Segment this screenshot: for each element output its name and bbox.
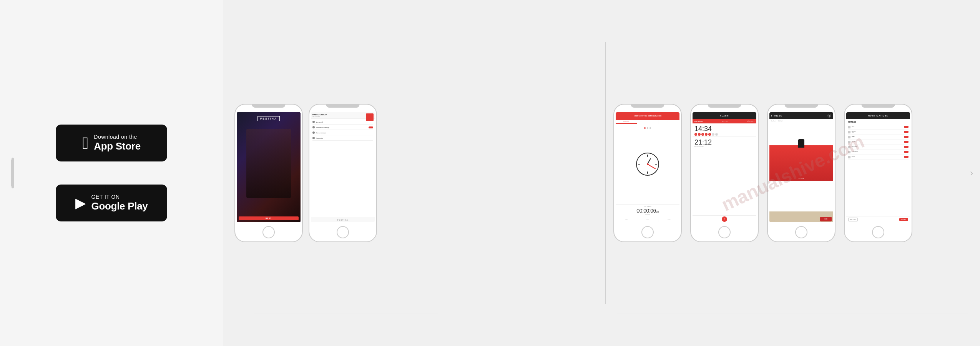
alarm-header: ALARM — [693, 112, 756, 119]
fitness-sleep-stats: 7h 30min — [771, 220, 775, 221]
alarm-title: ALARM — [720, 115, 729, 117]
app-store-text: Download on the App Store — [94, 134, 141, 152]
phone-home-button-2[interactable] — [337, 226, 349, 238]
phone-home-button-5[interactable] — [795, 226, 807, 238]
alarm-1: 14:34 M T W T F S S — [693, 123, 756, 137]
phone-screen-crown: CROWN BUTTON CONFIGURATION NAVIGATION BU… — [616, 112, 679, 222]
crown-dots-top — [644, 127, 651, 129]
lap-timer-sub: 00:00:04 — [617, 214, 678, 215]
notif-icon-appels — [848, 131, 850, 133]
brand-image — [237, 120, 301, 207]
phone-screen-fitness: FITNESS 8km 5mi 850 Cal — [769, 112, 833, 222]
notif-toggle-email[interactable] — [904, 156, 909, 158]
settings-label-connexion: Connexion — [316, 137, 372, 139]
phone-home-button[interactable] — [262, 226, 275, 238]
phone-screen-notifications: NOTIFICATIONS FITNESS Tout Appe — [846, 112, 910, 222]
crown-title: CROWN BUTTON CONFIGURATION — [634, 115, 661, 117]
fitness-settings-icon[interactable] — [827, 114, 831, 118]
notifications-header: NOTIFICATIONS — [846, 112, 910, 119]
phone-settings: PABLO GARCIA SELECTIONS Mon profil › — [309, 104, 377, 242]
alarm-time-1: 14:34 — [694, 125, 754, 132]
notif-icon-social — [848, 141, 850, 143]
notifications-section-title: FITNESS — [846, 119, 910, 124]
settings-item-notifications[interactable]: Notification settings — [312, 125, 373, 130]
notif-label-appels: Appels — [852, 131, 903, 133]
alarm-button-label: BUTTON — [722, 121, 728, 122]
phone-home-button-4[interactable] — [718, 226, 731, 238]
settings-item-profile[interactable]: Mon profil › — [312, 120, 373, 125]
page-container:  Download on the App Store ▶ GET IT ON … — [0, 0, 980, 346]
alarm-day-f: F — [708, 133, 711, 136]
lap-timer-time: 00:00:0603 — [617, 208, 678, 214]
alarm-day-su: S — [715, 133, 718, 136]
crown-tabs: NAVIGATION BUTTON RÉGLAGES — [616, 120, 679, 124]
alarm-day-s: S — [712, 133, 714, 136]
fitness-chart: SLEEP — [769, 123, 833, 211]
alarm-add-btn[interactable]: + — [693, 215, 756, 222]
notif-icon-email — [848, 156, 850, 158]
settings-item-sur-mesure[interactable]: Go sur mesure › — [312, 130, 373, 135]
crown-tab-button[interactable]: BUTTON — [637, 120, 659, 124]
user-avatar — [366, 113, 374, 121]
alarm-2: 21:12 Mon Tue Wed Thu... — [693, 137, 756, 148]
notifications-screen: NOTIFICATIONS FITNESS Tout Appe — [846, 112, 910, 222]
notif-toggle-sms[interactable] — [904, 136, 909, 138]
phone-screen-settings: PABLO GARCIA SELECTIONS Mon profil › — [311, 112, 375, 222]
crown-tab-navigation[interactable]: NAVIGATION — [616, 120, 637, 124]
alarm-time-2: 21:12 — [694, 139, 754, 146]
watch-center — [647, 163, 649, 165]
watch-face-area — [616, 124, 679, 204]
phone-home-button-6[interactable] — [872, 226, 884, 238]
notif-icon-tout — [848, 126, 850, 128]
notif-toggle-nouvelles[interactable] — [904, 146, 909, 148]
phone-notifications: NOTIFICATIONS FITNESS Tout Appe — [844, 104, 912, 242]
notifications-items-list: Tout Appels SMS — [846, 124, 910, 216]
lap-tabs-row: TIME1 TIME2 TIME3 — [616, 217, 679, 222]
next-button[interactable]: NEXT — [239, 216, 299, 220]
app-store-badge[interactable]:  Download on the App Store — [56, 125, 167, 161]
alarm-add-label[interactable]: ADD ALARM — [694, 121, 703, 122]
notif-icon-nouvelles — [848, 146, 850, 148]
retour-button[interactable]: RETOUR — [848, 218, 858, 221]
lap-tab-1[interactable]: TIME1 — [616, 217, 637, 222]
google-play-badge[interactable]: ▶ GET IT ON Google Play — [56, 185, 167, 221]
notif-toggle-social[interactable] — [904, 141, 909, 143]
alarm-days-1: M T W T F S S — [694, 133, 754, 136]
phone-home-button-3[interactable] — [641, 226, 654, 238]
notif-label-email: Email — [852, 156, 903, 158]
phone-login: FESTINA J'accepte les conditions d'utili… — [234, 104, 303, 242]
fitness-dashed-line — [769, 182, 833, 182]
alarm-spacer — [693, 148, 756, 215]
settings-label-profile: Mon profil — [316, 121, 372, 123]
notif-toggle-calendrier[interactable] — [904, 151, 909, 153]
fitness-stat-1: 8km 5mi — [771, 120, 775, 122]
notif-item-sms: SMS — [848, 135, 909, 140]
notif-label-tout: Tout — [852, 126, 903, 128]
notif-toggle-tout[interactable] — [904, 126, 909, 128]
notif-label-social: Social — [852, 141, 903, 143]
settings-item-connexion[interactable]: Connexion › — [312, 136, 373, 141]
scroll-right-arrow[interactable]: › — [970, 168, 973, 178]
settings-header: PABLO GARCIA SELECTIONS — [311, 112, 375, 119]
lap-tab-3[interactable]: TIME3 — [658, 217, 679, 222]
phone-crown-lap: CROWN BUTTON CONFIGURATION NAVIGATION BU… — [613, 104, 682, 242]
fitness-stats: 8km 5mi 850 Cal — [769, 119, 833, 123]
crown-header: CROWN BUTTON CONFIGURATION — [616, 112, 679, 120]
fitness-header: FITNESS — [769, 112, 833, 119]
notif-label-calendrier: Calendrier — [852, 151, 903, 153]
notifications-title: NOTIFICATIONS — [868, 115, 888, 117]
festina-footer: FESTINA — [311, 217, 375, 222]
suivant-button[interactable]: SUIVANT — [899, 218, 908, 221]
phone-notch — [252, 105, 286, 108]
festina-logo: FESTINA — [257, 116, 280, 121]
notif-toggle-appels[interactable] — [904, 131, 909, 133]
notif-item-email: Email — [848, 155, 909, 160]
lap-tab-2[interactable]: TIME2 — [637, 217, 659, 222]
notif-item-calendrier: Calendrier — [848, 150, 909, 155]
alarm-subheader: ADD ALARM BUTTON RÉGLAGES — [693, 119, 756, 123]
crown-tab-reglages[interactable]: RÉGLAGES — [658, 120, 679, 124]
phone-notch-3 — [631, 105, 664, 108]
notif-label-sms: SMS — [852, 136, 903, 138]
phone-notch-4 — [708, 105, 741, 108]
bottom-line-right — [617, 313, 968, 313]
